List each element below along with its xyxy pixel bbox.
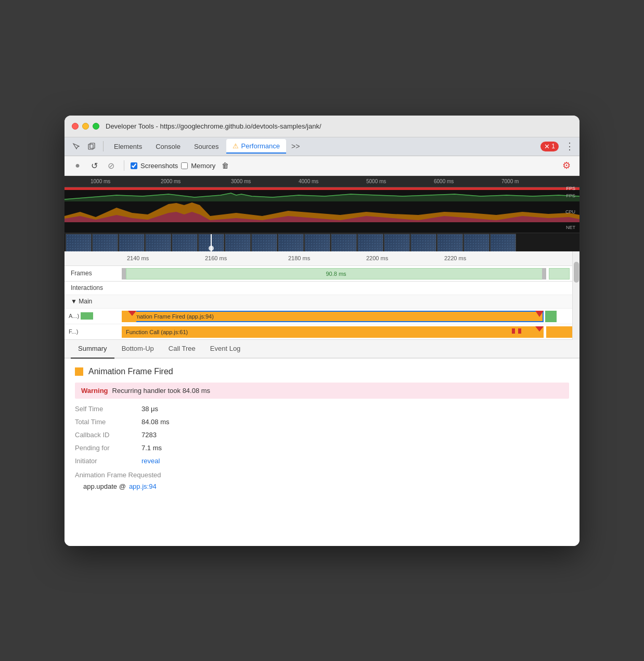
toolbar-divider	[124, 160, 124, 171]
initiator-row: Initiator reveal	[75, 457, 569, 465]
ruler-5000ms: 5000 ms	[366, 179, 386, 184]
total-time-value: 84.08 ms	[141, 418, 169, 426]
tab-performance[interactable]: ⚠ Performance	[226, 139, 286, 154]
pending-for-value: 7.1 ms	[141, 444, 162, 452]
error-badge[interactable]: ✕ 1	[540, 142, 559, 151]
cursor-icon[interactable]	[69, 139, 83, 154]
initiator-link[interactable]: reveal	[141, 457, 160, 465]
summary-title-row: Animation Frame Fired	[75, 367, 569, 376]
stack-entry: app.update @	[83, 482, 126, 490]
screenshots-checkbox-input[interactable]	[131, 162, 137, 169]
callback-id-label: Callback ID	[75, 431, 137, 439]
task1-orange-end	[122, 311, 136, 322]
detail-2160ms: 2160 ms	[205, 255, 227, 261]
tab-bottom-up[interactable]: Bottom-Up	[114, 340, 161, 359]
cpu-label: CPU	[565, 209, 575, 214]
red-triangle	[535, 311, 544, 317]
interactions-label: Interactions	[65, 284, 122, 291]
memory-label: Memory	[191, 162, 215, 170]
pending-for-row: Pending for 7.1 ms	[75, 444, 569, 452]
anim-requested-label: Animation Frame Requested	[75, 471, 161, 479]
frame-handle-left[interactable]	[122, 268, 126, 279]
warning-text: Recurring handler took 84.08 ms	[112, 387, 211, 395]
summary-panel: Animation Frame Fired Warning Recurring …	[65, 359, 579, 546]
window-title: Developer Tools - https://googlechrome.g…	[106, 122, 321, 130]
callback-id-row: Callback ID 7283	[75, 431, 569, 439]
ruler-2000ms: 2000 ms	[161, 179, 181, 184]
error-count: 1	[551, 143, 555, 150]
main-header: ▼ Main	[65, 295, 572, 309]
tab-divider	[103, 141, 104, 151]
pending-for-label: Pending for	[75, 444, 137, 452]
task1-row: A...) Animation Frame Fired (app.js:94)	[65, 309, 572, 324]
devtools-window: Developer Tools - https://googlechrome.g…	[65, 116, 579, 546]
tab-console[interactable]: Console	[149, 139, 187, 154]
reload-button[interactable]: ↺	[87, 159, 101, 172]
fps-bar: FPS	[65, 190, 579, 201]
kebab-menu-button[interactable]: ⋮	[563, 140, 575, 152]
warning-label: Warning	[81, 387, 108, 395]
warning-row: Warning Recurring handler took 84.08 ms	[75, 383, 569, 399]
copy-icon[interactable]	[84, 139, 99, 154]
memory-checkbox[interactable]: Memory	[181, 162, 215, 170]
screenshots-strip	[65, 233, 579, 251]
tab-elements[interactable]: Elements	[108, 139, 148, 154]
panel-tabs: Summary Bottom-Up Call Tree Event Log	[65, 340, 579, 359]
task1-green-bar	[81, 312, 93, 320]
record-button[interactable]: ●	[71, 159, 84, 172]
timeline-scrollbar[interactable]	[572, 251, 579, 340]
self-time-row: Self Time 38 μs	[75, 405, 569, 413]
frames-duration: 90.8 ms	[326, 271, 346, 277]
net-bar: NET	[65, 222, 579, 233]
interactions-row: Interactions	[65, 282, 572, 295]
tab-call-tree[interactable]: Call Tree	[161, 340, 203, 359]
total-time-label: Total Time	[75, 418, 137, 426]
frame-handle-right[interactable]	[542, 268, 546, 279]
close-button[interactable]	[72, 123, 79, 130]
frames-bar-right	[549, 268, 570, 279]
memory-checkbox-input[interactable]	[181, 162, 188, 169]
screenshots-checkbox[interactable]: Screenshots	[131, 162, 178, 170]
clear-button[interactable]: ⊘	[104, 159, 118, 172]
ruler-3000ms: 3000 ms	[231, 179, 251, 184]
traffic-lights	[72, 123, 99, 130]
settings-button[interactable]: ⚙	[560, 159, 573, 172]
tab-sources[interactable]: Sources	[188, 139, 225, 154]
frames-row: Frames 90.8 ms	[65, 266, 572, 282]
anim-requested-row: Animation Frame Requested	[75, 470, 569, 479]
ruler-6000ms: 6000 ms	[434, 179, 454, 184]
toolbar-right: ⚙	[560, 159, 573, 172]
task2-red-mark1	[512, 328, 515, 334]
total-time-row: Total Time 84.08 ms	[75, 418, 569, 426]
detail-ruler: 2140 ms 2160 ms 2180 ms 2200 ms 2220 ms	[65, 251, 572, 266]
task1-bar[interactable]: Animation Frame Fired (app.js:94)	[122, 311, 544, 322]
task2-end-bar	[546, 326, 572, 338]
delete-button[interactable]: 🗑	[218, 159, 232, 172]
net-label: NET	[566, 225, 575, 230]
detail-2220ms: 2220 ms	[444, 255, 466, 261]
self-time-label: Self Time	[75, 405, 137, 413]
scrollbar-thumb[interactable]	[574, 262, 579, 283]
task2-bar[interactable]: Function Call (app.js:61)	[122, 326, 530, 338]
maximize-button[interactable]	[93, 123, 99, 130]
task1-label: A...)	[65, 312, 122, 320]
cpu-bar: CPU	[65, 201, 579, 222]
ruler-7000ms: 7000 m	[501, 179, 519, 184]
stack-entry-row: app.update @ app.js:94	[75, 482, 569, 490]
warning-icon: ⚠	[233, 142, 239, 150]
frames-label: Frames	[65, 270, 122, 277]
stack-link[interactable]: app.js:94	[129, 482, 157, 490]
ruler-1000ms: 1000 ms	[91, 179, 110, 184]
toolbar: ● ↺ ⊘ Screenshots Memory 🗑 ⚙	[65, 156, 579, 176]
main-label: ▼ Main	[65, 298, 122, 305]
screenshots-label: Screenshots	[140, 162, 178, 170]
tab-summary[interactable]: Summary	[71, 340, 114, 359]
tab-event-log[interactable]: Event Log	[203, 340, 248, 359]
tab-more-button[interactable]: >>	[287, 139, 304, 154]
task1-content: Animation Frame Fired (app.js:94)	[122, 309, 572, 324]
fps-text-label: FPS	[566, 193, 575, 198]
tab-bar: Elements Console Sources ⚠ Performance >…	[65, 137, 579, 156]
frames-bar: 90.8 ms	[126, 268, 546, 279]
detail-timeline: 2140 ms 2160 ms 2180 ms 2200 ms 2220 ms …	[65, 251, 572, 340]
minimize-button[interactable]	[82, 123, 89, 130]
